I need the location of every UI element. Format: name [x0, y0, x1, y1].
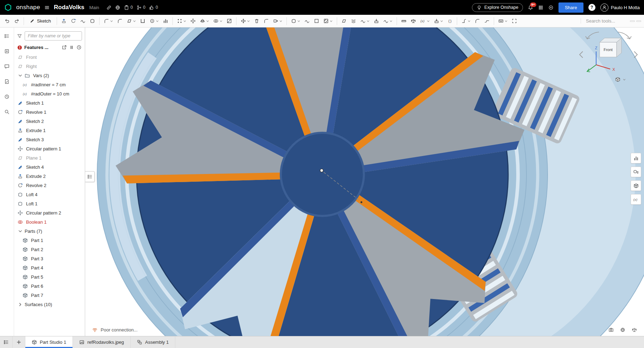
redo-button[interactable] — [12, 17, 21, 25]
doc-action-copies[interactable]: 0 — [124, 5, 133, 10]
toolbar-measure[interactable] — [399, 17, 408, 25]
workspace-name[interactable]: Main — [89, 5, 99, 10]
toolbar-variable[interactable]: (x) — [418, 17, 431, 25]
feature--radouter-10-cm[interactable]: (x) #radOuter = 10 cm — [15, 89, 85, 98]
explore-onshape-button[interactable]: Explore Onshape — [472, 3, 523, 12]
filter-icon[interactable] — [17, 33, 22, 39]
feature-sketch-1[interactable]: Sketch 1 — [15, 98, 85, 107]
feature-extrude-1[interactable]: Extrude 1 — [15, 126, 85, 135]
feature-filter-input[interactable] — [25, 31, 82, 41]
feature--radinner-7-cm[interactable]: (x) #radInner = 7 cm — [15, 80, 85, 89]
toolbar-transform[interactable] — [239, 17, 252, 25]
toolbar-helix[interactable] — [349, 17, 358, 25]
toolbar-mass-properties[interactable] — [409, 17, 418, 25]
notifications-button[interactable]: 9+ — [528, 5, 533, 10]
viewport-status-snapshot[interactable] — [608, 327, 614, 333]
doc-action-versions[interactable]: 0 — [137, 5, 146, 10]
feature-surfaces-10-[interactable]: Surfaces (10) — [15, 300, 85, 309]
feature-right[interactable]: Right — [15, 62, 85, 71]
feature-boolean-1[interactable]: Boolean 1 — [15, 217, 85, 226]
feature-sketch-4[interactable]: Sketch 4 — [15, 162, 85, 172]
toolbar-mirror[interactable] — [198, 17, 211, 25]
popout-icon[interactable] — [62, 45, 67, 50]
viewport-tool-variables[interactable]: (x) — [631, 194, 641, 205]
new-tab-button[interactable] — [13, 336, 25, 348]
graphics-viewport[interactable]: Front Z X (x) — [85, 27, 644, 336]
toolbar-spline[interactable] — [359, 17, 371, 25]
toolbar-revolve[interactable] — [69, 17, 78, 25]
toolbar-offset-surface[interactable] — [289, 17, 302, 25]
panel-notes[interactable] — [3, 77, 11, 86]
panel-handle[interactable] — [85, 171, 95, 182]
feature-loft-4[interactable]: Loft 4 — [15, 190, 85, 199]
tab-ref-image[interactable]: refRodavolks.jpeg — [73, 336, 131, 348]
chevron-down-icon[interactable] — [18, 73, 23, 78]
help-button[interactable]: ? — [588, 4, 595, 11]
toolbar-ruled-surface[interactable] — [322, 17, 334, 25]
panel-history[interactable] — [3, 92, 11, 101]
toolbar-boundary-surface[interactable] — [303, 17, 311, 25]
feature-part-3[interactable]: Part 3 — [15, 254, 85, 263]
apps-grid-icon[interactable] — [538, 5, 543, 10]
doc-action-public[interactable] — [115, 5, 120, 10]
toolbar-featurescript[interactable]: {} — [446, 17, 454, 25]
toolbar-linear-pattern[interactable] — [175, 17, 188, 25]
feature-front[interactable]: Front — [15, 52, 85, 62]
tab-manager-button[interactable] — [0, 336, 13, 348]
viewport-status-mass-properties[interactable] — [632, 327, 637, 333]
tab-part-studio-1[interactable]: Part Studio 1 — [25, 336, 73, 348]
feature-part-2[interactable]: Part 2 — [15, 245, 85, 254]
feature-part-6[interactable]: Part 6 — [15, 281, 85, 291]
feature-part-7[interactable]: Part 7 — [15, 291, 85, 300]
view-cube[interactable]: Front Z X — [575, 28, 642, 82]
feature-part-5[interactable]: Part 5 — [15, 272, 85, 281]
search-tools-input[interactable] — [586, 18, 627, 24]
rollback-history-icon[interactable] — [76, 45, 82, 50]
toolbar-shell[interactable] — [138, 17, 147, 25]
panel-comments[interactable] — [3, 62, 11, 70]
panel-search-document[interactable] — [3, 107, 11, 116]
main-menu-icon[interactable] — [44, 5, 50, 10]
user-menu[interactable]: Paulo H Motta — [600, 4, 640, 12]
toolbar-circular-pattern[interactable] — [189, 17, 197, 25]
viewport-tool-display-options[interactable] — [631, 180, 641, 191]
toolbar-flange[interactable] — [473, 17, 482, 25]
undo-button[interactable] — [3, 17, 12, 25]
toolbar-composite-curve[interactable] — [381, 17, 394, 25]
toolbar-hole[interactable] — [148, 17, 160, 25]
feature-part-1[interactable]: Part 1 — [15, 236, 85, 245]
feature-extrude-2[interactable]: Extrude 2 — [15, 172, 85, 181]
chevron-down-icon[interactable] — [18, 229, 23, 234]
feature-error-icon[interactable] — [17, 45, 22, 50]
view-options-button[interactable] — [615, 77, 626, 82]
toolbar-split[interactable] — [225, 17, 234, 25]
panel-insert[interactable] — [3, 47, 11, 55]
toolbar-boolean[interactable] — [211, 17, 224, 25]
feature-parts-7-[interactable]: Parts (7) — [15, 226, 85, 236]
learning-center-icon[interactable] — [548, 5, 554, 10]
viewport-tool-parts-list[interactable] — [631, 167, 641, 177]
feature-loft-1[interactable]: Loft 1 — [15, 199, 85, 208]
toolbar-chamfer[interactable] — [115, 17, 124, 25]
sketch-button[interactable]: Sketch — [26, 17, 54, 25]
toolbar-fillet[interactable] — [102, 17, 115, 25]
feature-part-4[interactable]: Part 4 — [15, 263, 85, 272]
doc-action-likes[interactable]: 0 — [149, 5, 158, 10]
toolbar-modify-fillet[interactable] — [262, 17, 271, 25]
feature-circular-pattern-1[interactable]: Circular pattern 1 — [15, 144, 85, 153]
toolbar-rib[interactable] — [161, 17, 170, 25]
toolbar-fit-view[interactable] — [510, 17, 519, 25]
toolbar-loft[interactable] — [88, 17, 97, 25]
tab-assembly-1[interactable]: Assembly 1 — [131, 336, 175, 348]
toolbar-delete-part[interactable] — [252, 17, 261, 25]
feature-sketch-3[interactable]: Sketch 3 — [15, 135, 85, 144]
doc-action-copy-link[interactable] — [106, 5, 112, 10]
feature-sketch-2[interactable]: Sketch 2 — [15, 117, 85, 126]
share-button[interactable]: Share — [558, 2, 583, 13]
onshape-logo-icon[interactable] — [4, 4, 12, 11]
panel-feature-list[interactable] — [3, 32, 11, 40]
origin-marker[interactable] — [320, 169, 323, 172]
toolbar-move-face[interactable] — [271, 17, 284, 25]
toolbar-tab[interactable] — [482, 17, 491, 25]
feature-circular-pattern-2[interactable]: Circular pattern 2 — [15, 208, 85, 217]
